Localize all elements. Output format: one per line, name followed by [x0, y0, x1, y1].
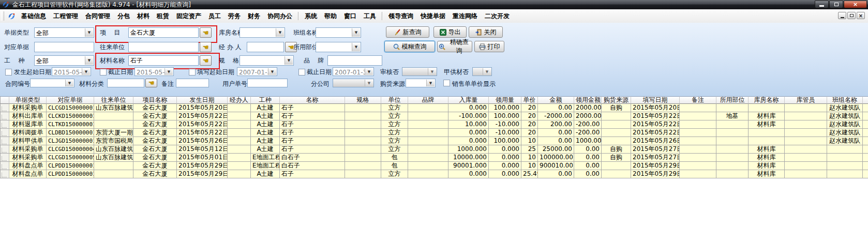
row-indicator[interactable] [0, 129, 9, 137]
table-cell[interactable] [602, 137, 631, 145]
table-cell[interactable] [408, 170, 448, 178]
chevron-down-icon[interactable]: ▼ [65, 80, 73, 86]
table-cell[interactable]: 0.000 [489, 170, 521, 178]
menu-item[interactable]: 帮助 [321, 10, 340, 22]
table-cell[interactable]: 材料采购单 [9, 154, 47, 162]
table-cell[interactable] [785, 162, 827, 170]
table-cell[interactable]: 材料退库单 [9, 120, 47, 129]
table-cell[interactable] [408, 137, 448, 145]
table-cell[interactable]: 石子 [280, 137, 345, 145]
chevron-down-icon[interactable]: ▼ [85, 56, 93, 65]
chevron-down-icon[interactable]: ▼ [164, 68, 173, 75]
table-cell[interactable]: A土建 [251, 170, 280, 178]
table-cell[interactable]: 赵水建筑队 [827, 129, 863, 137]
table-row[interactable]: 材料采购单CLCGD150000001山东百脉建筑:金石大厦2015年05月20… [0, 104, 868, 112]
occur-start-date[interactable]: 2015-05-29 ▼ [52, 67, 91, 76]
table-cell[interactable]: CLPDD150000001 [47, 170, 94, 178]
table-cell[interactable] [716, 145, 749, 154]
menu-item[interactable]: 工程管理 [50, 10, 82, 22]
chevron-down-icon[interactable]: ▼ [365, 68, 373, 75]
table-cell[interactable] [785, 154, 827, 162]
table-cell[interactable] [749, 137, 785, 145]
counterparty-input[interactable] [128, 42, 199, 52]
column-header[interactable]: 单位 [381, 96, 408, 104]
table-cell[interactable] [785, 112, 827, 120]
table-cell[interactable]: 90001.000 [448, 162, 489, 170]
table-cell[interactable]: CLCGD150000005 [47, 154, 94, 162]
column-header[interactable]: 领用量 [489, 96, 521, 104]
table-cell[interactable] [716, 162, 749, 170]
remark-input[interactable] [176, 79, 209, 87]
table-cell[interactable] [863, 104, 868, 112]
table-cell[interactable]: 材料采购单 [9, 145, 47, 154]
ref-doc-input[interactable] [34, 42, 94, 52]
owner-supplied-combo[interactable]: ▼ [472, 67, 492, 76]
table-cell[interactable]: 石子 [280, 145, 345, 154]
menu-item[interactable]: 二次开发 [481, 10, 513, 22]
table-cell[interactable] [749, 129, 785, 137]
column-header[interactable]: 发生日期 [177, 96, 228, 104]
table-cell[interactable]: 2015年05月27日 [631, 154, 680, 162]
table-cell[interactable]: 2015年05月22日 [177, 112, 228, 120]
menu-item[interactable]: 员工 [205, 10, 225, 22]
table-cell[interactable]: 0.00 [538, 104, 574, 112]
table-cell[interactable]: 100.000 [489, 104, 521, 112]
table-cell[interactable] [228, 145, 251, 154]
table-cell[interactable]: 0.00 [574, 145, 602, 154]
table-cell[interactable] [863, 120, 868, 129]
column-header[interactable]: 金额 [538, 96, 574, 104]
doc-type-combo[interactable]: 全部 ▼ [34, 27, 94, 38]
table-cell[interactable]: 金石大厦 [133, 112, 177, 120]
table-cell[interactable]: CLTKD150000001 [47, 120, 94, 129]
table-cell[interactable]: -2000.00 [538, 112, 574, 120]
table-cell[interactable]: A土建 [251, 145, 280, 154]
table-cell[interactable]: 2015年05月29日 [631, 170, 680, 178]
table-cell[interactable] [408, 162, 448, 170]
row-indicator[interactable] [0, 170, 9, 178]
used-part-combo[interactable]: ▼ [316, 42, 361, 52]
table-cell[interactable] [785, 129, 827, 137]
table-row[interactable]: 材料甲供单CLJGD150000001东营市国税局金石大厦2015年05月26日… [0, 137, 868, 145]
table-cell[interactable]: 包 [381, 154, 408, 162]
menu-item[interactable]: 固定资产 [173, 10, 205, 22]
table-cell[interactable] [827, 170, 863, 178]
column-header[interactable]: 对应单据 [47, 96, 94, 104]
table-cell[interactable] [863, 145, 868, 154]
chevron-down-icon[interactable]: ▼ [352, 43, 360, 51]
table-cell[interactable]: 2015年05月01日 [177, 154, 228, 162]
occur-start-checkbox[interactable] [5, 69, 12, 75]
column-header[interactable]: 规格 [345, 96, 381, 104]
table-cell[interactable] [228, 120, 251, 129]
table-cell[interactable]: 立方 [381, 170, 408, 178]
table-cell[interactable]: 材料调拨单 [9, 129, 47, 137]
table-cell[interactable]: 材料库 [749, 154, 785, 162]
menu-item[interactable]: 领导查询 [385, 10, 417, 22]
table-cell[interactable] [408, 129, 448, 137]
table-cell[interactable] [863, 137, 868, 145]
table-cell[interactable]: A土建 [251, 104, 280, 112]
menu-item[interactable]: 快捷单据 [417, 10, 449, 22]
row-indicator[interactable] [0, 162, 9, 170]
table-cell[interactable]: -200.00 [574, 120, 602, 129]
occur-end-checkbox[interactable] [100, 69, 107, 75]
table-cell[interactable]: 100000.00 [538, 154, 574, 162]
table-cell[interactable] [863, 162, 868, 170]
table-cell[interactable] [408, 120, 448, 129]
brand-input[interactable] [327, 55, 382, 66]
branch-combo[interactable]: ▼ [333, 79, 374, 87]
table-cell[interactable]: 0.000 [448, 137, 489, 145]
table-cell[interactable]: 立方 [381, 120, 408, 129]
table-cell[interactable]: A土建 [251, 112, 280, 120]
table-cell[interactable]: CLJGD150000001 [47, 137, 94, 145]
table-cell[interactable]: 金石大厦 [133, 137, 177, 145]
row-indicator[interactable] [0, 137, 9, 145]
table-cell[interactable] [680, 170, 716, 178]
chevron-down-icon[interactable]: ▼ [85, 28, 93, 37]
chevron-down-icon[interactable]: ▼ [285, 56, 293, 65]
table-cell[interactable]: 2015年05月22日 [631, 120, 680, 129]
table-cell[interactable] [716, 129, 749, 137]
table-cell[interactable]: 东营大厦一期 [94, 129, 133, 137]
menu-item[interactable]: 材料 [133, 10, 153, 22]
row-indicator[interactable] [0, 145, 9, 154]
table-cell[interactable]: 2015年05月29日 [177, 170, 228, 178]
